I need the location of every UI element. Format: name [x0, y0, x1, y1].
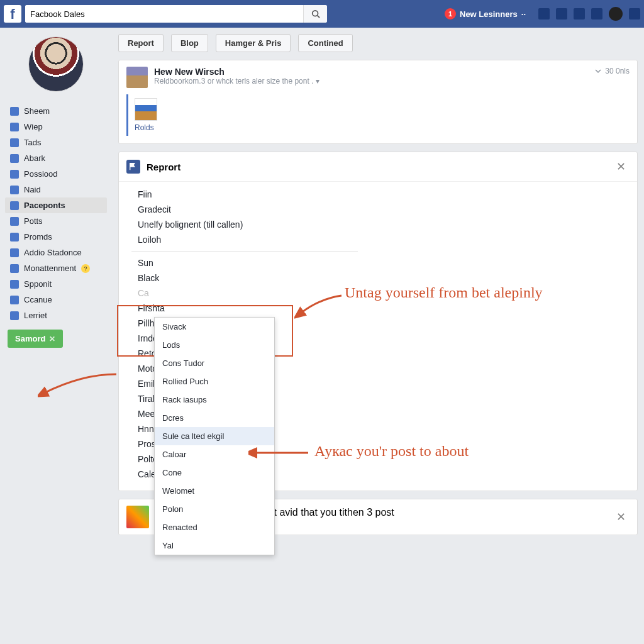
sidebar-item-spponit[interactable]: Spponit: [5, 276, 107, 292]
dismiss-button[interactable]: ✕: [613, 509, 630, 525]
sidebar-item-sheem[interactable]: Sheem: [5, 103, 107, 119]
dropdown-caret-icon[interactable]: [629, 8, 640, 19]
sidebar-icon: [10, 138, 19, 147]
annotation-text-2: Аукас you'r post to about: [314, 441, 469, 460]
sidebar-item-wiep[interactable]: Wiep: [5, 119, 107, 135]
dropdown-item[interactable]: Rollied Puch: [155, 372, 274, 391]
search-input[interactable]: [25, 5, 303, 23]
sidebar-item-naid[interactable]: Naid: [5, 182, 107, 197]
notification-badge: 1: [445, 8, 456, 19]
tab-bar: ReportBlopHamger & PrisContined: [118, 34, 638, 52]
sidebar-item-possiood[interactable]: Possiood: [5, 166, 107, 182]
dropdown-item[interactable]: Cone: [155, 464, 274, 482]
dropdown-item[interactable]: Sule ca lted ekgil: [155, 427, 274, 445]
sidebar-item-label: Possiood: [24, 169, 57, 179]
sidebar-badge: ?: [81, 264, 90, 273]
sidebar-item-label: Paceponts: [24, 201, 65, 210]
sidebar-icon: [10, 296, 19, 304]
dropdown-item[interactable]: Lods: [155, 336, 274, 354]
report-option[interactable]: Gradecit: [138, 202, 625, 217]
sidebar-item-label: Promds: [24, 232, 52, 242]
sidebar-item-label: Wiep: [24, 122, 43, 131]
sidebar-item-promds[interactable]: Promds: [5, 229, 107, 245]
sidebar-icon: [10, 311, 19, 320]
notifications-icon[interactable]: [574, 8, 585, 19]
post-meta[interactable]: 30 0nls: [595, 67, 630, 75]
quote-thumbnail[interactable]: [135, 98, 157, 121]
topbar-user-dots: ··: [521, 9, 526, 19]
sidebar-item-addio stadonce[interactable]: Addio Stadonce: [5, 245, 107, 260]
friend-requests-icon[interactable]: [538, 8, 550, 19]
sidebar-icon: [10, 248, 19, 257]
dropdown-item[interactable]: Yal: [155, 536, 274, 555]
search-button[interactable]: [303, 5, 327, 23]
sidebar-item-lerriet[interactable]: Lerriet: [5, 308, 107, 323]
samord-button[interactable]: Samord✕: [8, 330, 63, 348]
tab-contined[interactable]: Contined: [298, 34, 352, 52]
sidebar-item-label: Spponit: [24, 279, 52, 289]
report-option[interactable]: Loiloh: [138, 232, 625, 247]
annotation-text-1: Untag yourself from bet alepinly: [345, 283, 543, 302]
sidebar-item-potts[interactable]: Potts: [5, 213, 107, 229]
post-subtitle: Reldboorkom.3 or whck terls aler size th…: [154, 77, 589, 86]
sidebar-item-label: Monattenment: [24, 264, 76, 273]
report-title: Reprort: [147, 162, 606, 172]
dropdown-item[interactable]: Rack iasups: [155, 391, 274, 409]
sidebar-item-monattenment[interactable]: Monattenment?: [5, 260, 107, 276]
report-option[interactable]: Unelfy bolignent (till callen): [138, 217, 625, 232]
search-icon: [311, 9, 320, 18]
annotation-arrow-2: [248, 447, 311, 459]
sidebar-item-label: Addio Stadonce: [24, 248, 82, 257]
post-quote: Rolds: [126, 94, 630, 136]
sidebar-item-label: Potts: [24, 216, 43, 226]
sidebar-icon: [10, 123, 19, 131]
topbar-user[interactable]: 1 New Lesinners ··: [445, 8, 526, 19]
dropdown-item[interactable]: Dcres: [155, 409, 274, 427]
sidebar-item-paceponts[interactable]: Paceponts: [5, 197, 107, 213]
sidebar: SheemWiepTadsAbarkPossioodNaidPacepontsP…: [0, 28, 112, 543]
topbar-icons: [538, 7, 640, 21]
dropdown-item[interactable]: Welomet: [155, 482, 274, 500]
activity-avatar[interactable]: [126, 506, 149, 528]
sidebar-icon: [10, 186, 19, 194]
sidebar-icon: [10, 107, 19, 116]
sidebar-item-label: Ccanue: [24, 295, 52, 304]
sidebar-item-tads[interactable]: Tads: [5, 135, 107, 150]
profile-avatar[interactable]: [28, 36, 84, 92]
messages-icon[interactable]: [556, 8, 567, 19]
sidebar-item-label: Naid: [24, 185, 41, 194]
dropdown-item[interactable]: Cons Tudor: [155, 354, 274, 372]
post-author-avatar[interactable]: [126, 67, 148, 88]
report-option[interactable]: Sun: [138, 255, 625, 270]
account-avatar-icon[interactable]: [609, 7, 623, 21]
sidebar-item-label: Lerriet: [24, 311, 47, 320]
sidebar-icon: [10, 280, 19, 289]
tab-hamger-pris[interactable]: Hamger & Pris: [216, 34, 291, 52]
tab-blop[interactable]: Blop: [171, 34, 208, 52]
context-dropdown: SivackLodsCons TudorRollied PuchRack ias…: [154, 317, 275, 555]
close-icon: ✕: [49, 335, 55, 343]
search-wrap: [25, 5, 327, 23]
sidebar-icon: [10, 217, 19, 226]
tab-report[interactable]: Report: [118, 34, 164, 52]
sidebar-icon: [10, 154, 19, 163]
dropdown-item[interactable]: Polon: [155, 500, 274, 518]
close-button[interactable]: ✕: [613, 158, 630, 175]
topbar-user-label: New Lesinners: [460, 9, 518, 19]
quick-help-icon[interactable]: [591, 8, 602, 19]
dropdown-item[interactable]: Renacted: [155, 518, 274, 536]
dropdown-item[interactable]: Sivack: [155, 318, 274, 336]
annotation-arrow-3: [38, 371, 119, 402]
sidebar-item-abark[interactable]: Abark: [5, 150, 107, 166]
sidebar-item-label: Sheem: [24, 106, 50, 116]
report-icon: [126, 160, 140, 174]
post-card: Hew New Wirsch Reldboorkom.3 or whck ter…: [118, 60, 638, 144]
annotation-arrow-1: [294, 289, 345, 321]
facebook-logo[interactable]: f: [4, 5, 21, 23]
sidebar-icon: [10, 201, 19, 210]
sidebar-item-ccanue[interactable]: Ccanue: [5, 292, 107, 308]
sidebar-icon: [10, 233, 19, 242]
quote-link[interactable]: Rolds: [135, 123, 154, 132]
report-option[interactable]: Fiin: [138, 187, 625, 202]
post-author-name[interactable]: Hew New Wirsch: [154, 67, 589, 77]
